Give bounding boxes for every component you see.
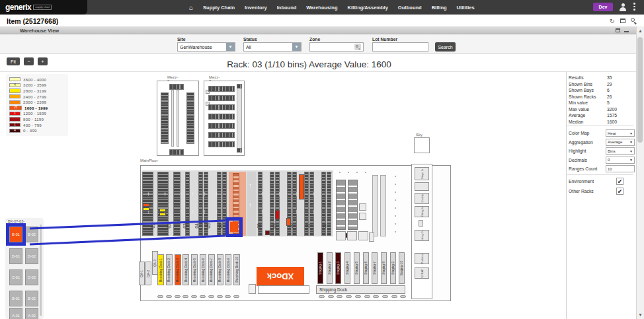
qa-zone-1[interactable]: QA-1 [139,262,145,285]
room-blank[interactable] [415,182,429,191]
receiving-dock-1[interactable]: Receiving Dock-1 [157,254,164,285]
rack-strip[interactable] [327,172,331,236]
room-kitting-out[interactable]: Kitting Out [415,230,429,241]
detail-bin-c-01[interactable]: C-01 [9,269,22,285]
detail-bin-d-01[interactable]: D-01 [9,248,22,264]
staging-8[interactable]: Staging-8 [381,252,387,284]
receiving-dock-3[interactable]: Receiving Dock-3 [175,254,181,285]
color-map-select[interactable]: Heat▼ [606,129,635,137]
highlight-select[interactable]: Bins▼ [606,147,635,155]
panel-restore-icon[interactable] [616,28,620,32]
legend-row[interactable]: 43200 - 3599 [9,83,68,89]
ranges-count-input[interactable]: 10 [606,165,635,172]
user-icon[interactable] [619,3,627,11]
xdock-zone[interactable]: XDock [257,267,304,286]
rack-strip[interactable] [173,172,181,236]
highlighted-bin[interactable] [265,230,270,235]
decimals-select[interactable]: 0▼ [606,157,635,164]
legend-row[interactable]: 2800 - 3199 [9,88,68,94]
panel-minimize-icon[interactable] [624,31,629,32]
staging-1[interactable]: Staging-1 [317,252,323,284]
legend-row[interactable]: 2000 - 2399 [9,99,68,105]
other-racks-checkbox[interactable]: ✔ [616,188,624,195]
zoom-in-button[interactable]: + [38,57,48,65]
lot-number-input[interactable] [372,42,428,52]
scroll-down-arrow[interactable]: ▼ [637,311,644,318]
nav-item-inbound[interactable]: Inbound [277,5,297,11]
staging-4[interactable]: Staging-4 [344,252,350,284]
staging-3[interactable]: Staging-3 [335,252,341,284]
logo[interactable]: generix supply chain [0,0,87,15]
receiving-dock-8[interactable]: Receiving Dock-8 [217,254,223,285]
highlighted-bin[interactable] [159,213,166,216]
nav-item-warehousing[interactable]: Warehousing [306,5,337,11]
rack-bay[interactable] [336,180,346,230]
rack-strip[interactable] [198,172,203,236]
legend-row[interactable]: 11200 - 1599 [9,111,68,117]
home-icon[interactable]: ⌂ [189,4,193,11]
detail-bin-a-01[interactable]: A-01 [9,308,22,319]
legend-row[interactable]: 3600 - 4000 [9,77,68,83]
receiving-dock-2[interactable]: Receiving Dock-2 [166,254,173,285]
highlighted-bin[interactable] [275,210,280,219]
highlighted-bin[interactable] [159,209,166,212]
detail-bin-b-02[interactable]: B-02 [25,291,38,306]
staging-9[interactable]: Staging-9 [390,252,396,284]
detail-bin-a-02[interactable]: A-02 [25,308,38,319]
staging-5[interactable]: Staging-5 [354,252,360,284]
receiving-dock-5[interactable]: Receiving Dock-5 [191,254,198,285]
qa-zone-2[interactable]: QA-2 [145,262,151,285]
staging-2[interactable]: Staging-2 [327,252,333,284]
nav-item-supply-chain[interactable]: Supply Chain [203,5,235,11]
aggregation-select[interactable]: Average▼ [606,139,635,146]
status-select[interactable]: All▼ [243,42,302,52]
receiving-dock-4[interactable]: Receiving Dock-4 [182,254,189,285]
fit-button[interactable]: Fit [7,57,20,65]
legend-row[interactable]: 1400 - 799 [9,122,68,128]
nav-item-billing[interactable]: Billing [432,5,447,11]
zoom-out-button[interactable]: − [24,57,34,65]
scrollbar-thumb[interactable] [637,37,643,143]
legend-row[interactable]: 251600 - 1999 [9,105,68,111]
room-kitting-in[interactable]: Kitting In [415,206,429,217]
nav-item-inventory[interactable]: Inventory [245,5,267,11]
detail-scrollbar[interactable] [40,225,42,316]
receiving-dock-10[interactable]: Receiving Dock-10 [233,254,240,285]
legend-row[interactable]: 800 - 1199 [9,116,68,122]
site-select[interactable]: GenWarehouse▼ [177,42,235,52]
detail-bin-d-02[interactable]: D-02 [25,248,38,264]
highlighted-bin[interactable] [143,203,149,207]
receiving-dock-7[interactable]: Receiving Dock-7 [208,254,215,285]
shipping-dock[interactable]: Shipping Dock [316,285,405,294]
legend-row[interactable]: 2400 - 2799 [9,94,68,100]
rack-bay[interactable] [348,180,358,230]
receiving-dock-6[interactable]: Receiving Dock-6 [200,254,206,285]
nav-item-outbound[interactable]: Outbound [398,5,422,11]
rack-strip[interactable] [309,172,314,236]
staging-6[interactable]: Staging-6 [363,252,369,284]
receiving-dock-9[interactable]: Receiving Dock-9 [225,254,231,285]
search-button[interactable]: Search [435,42,456,52]
environment-checkbox[interactable]: ✔ [616,178,624,185]
room-stage-in[interactable]: Stage In [415,167,429,180]
room-quality[interactable]: Quality [415,193,429,204]
nav-item-utilities[interactable]: Utilities [457,5,475,11]
staging-7[interactable]: Staging-7 [372,252,378,284]
nav-item-kitting-assembly[interactable]: Kitting/Assembly [348,5,388,11]
scroll-up-arrow[interactable]: ▲ [637,27,644,34]
detail-bin-c-02[interactable]: C-02 [25,269,38,285]
zone-lookup-icon[interactable] [354,44,361,50]
selected-bin[interactable] [230,222,238,232]
sky-zone[interactable] [414,137,430,153]
staging-10[interactable]: Staging-10 [399,252,405,284]
detail-bin-e-02[interactable]: E-02 [25,227,38,242]
legend-row[interactable]: 40 - 399 [9,127,68,133]
kebab-menu-icon[interactable] [633,3,635,12]
highlighted-bin[interactable] [143,207,149,211]
highlighted-bin[interactable] [299,174,304,199]
search-icon[interactable] [631,18,637,24]
room-scrap[interactable]: SCRAP [415,267,429,279]
refresh-icon[interactable]: ↻ [610,18,615,24]
window-icon[interactable] [620,18,625,23]
highlighted-bin[interactable] [286,218,291,226]
